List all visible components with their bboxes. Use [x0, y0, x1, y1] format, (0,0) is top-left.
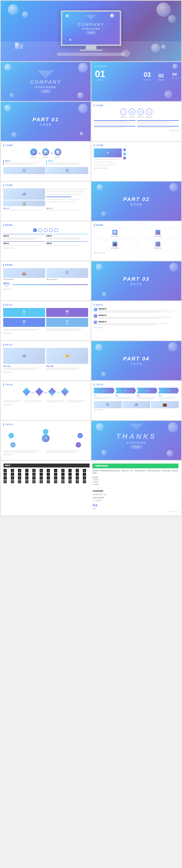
swot-letter-s: S — [23, 310, 25, 313]
ci-label-4: 请输入文字 — [146, 116, 152, 118]
dr-arrow-1 — [31, 393, 35, 393]
dot-4 — [49, 228, 53, 232]
slide-def-imgs: 存在不足 🏙 🤝 请输入标题 请输入标题 请输入文字说明 — [1, 341, 90, 380]
di-img-2: 🤝 — [46, 348, 88, 364]
slide-ach-imgs: 取得成就 🏭 请输入相关描述文字 🏗 请输入相关描述文字 85% 完成率 请输入… — [1, 261, 90, 301]
desk-item-3 — [161, 44, 165, 49]
net-n3: 03 — [76, 442, 81, 447]
ig-34: ♥ — [68, 476, 72, 479]
wi-bottom: 请输入内容 请输入内容 — [3, 208, 88, 211]
sdstl-3 — [115, 397, 133, 398]
ig-25: ⊕ — [4, 476, 7, 479]
slide-work-list: 工作成绩 H 1 2 — [92, 142, 181, 181]
part02-sub: 取得成就 — [130, 203, 142, 206]
sd-step-3: 目标三 — [137, 395, 157, 400]
ig-6: ⊠ — [40, 469, 43, 472]
psi-2: 🏙 — [122, 401, 150, 408]
screen-bubble-3 — [69, 39, 71, 41]
did-2: 请输入标题 — [46, 365, 88, 370]
netdl-4 — [46, 452, 76, 453]
bg-icon-3: 💼 — [112, 242, 117, 247]
ig-31: ♦ — [47, 476, 50, 479]
contest-num3: 02 — [158, 73, 164, 79]
ig-11: ▲ — [76, 469, 79, 472]
bubble-1 — [8, 4, 19, 15]
ig-33: ♣ — [61, 476, 65, 479]
screen-inner: COMPANY 渐变商务通用模板 工作总结 — [62, 12, 120, 44]
icon-item-3: ⊛ 请输入文字 — [137, 108, 144, 118]
slide-swot: 存在不足 S 优势 W 劣势 O 机会 T 威胁 — [1, 301, 90, 340]
ai-4: 标题内容 — [46, 241, 88, 246]
wl-line-1 — [94, 159, 119, 160]
netdl-1 — [3, 451, 41, 451]
dot-2 — [38, 228, 42, 232]
def-num-3: 03 — [94, 321, 97, 324]
slide-work-icons: 工作进展 ⊙ 请输入文字 ◈ 请输入文字 ⊛ 请输入文字 ◎ 请输入文字 — [92, 102, 181, 141]
dr-4: 计划04 — [62, 389, 68, 397]
ig2-12: ✴ — [83, 480, 86, 483]
didl-1 — [3, 368, 41, 369]
def-header: 存在不足 — [94, 304, 179, 306]
ig-35: ⊟ — [76, 476, 79, 479]
wib-title-1: 请输入内容 — [3, 208, 45, 209]
screen-subtitle-text: 渐变商务通用模板 — [82, 28, 100, 30]
ig2-10: ✲ — [68, 480, 72, 483]
text-blocks-row2 — [94, 125, 179, 128]
s2-subtitle: 渐变商务通用模板 — [35, 86, 56, 89]
ig2-3: ⚠ — [18, 480, 21, 483]
ig-21: → — [61, 473, 65, 476]
contest-num4: 04 — [172, 72, 177, 77]
steps-arrows: 01 02 03 04 — [94, 388, 179, 394]
diamond-3 — [48, 388, 56, 396]
def-title-1: 问题标题内容 — [98, 308, 179, 310]
swot-sublabel-o: 机会 — [23, 323, 26, 325]
contest-label3: 取得成就 — [158, 79, 164, 81]
ig-13: ◆ — [4, 473, 7, 476]
ig-32: ♠ — [54, 476, 57, 479]
pn-header: 下步计划 — [3, 423, 88, 426]
tl-10 — [137, 127, 171, 128]
ci-4: ◎ — [146, 108, 152, 115]
pn-note: 请输入文字说明 — [3, 454, 88, 456]
ail-1 — [3, 238, 41, 238]
contest-label2: 存在不足 — [144, 79, 150, 81]
did-1: 请输入标题 — [3, 365, 45, 370]
step-3: 03 — [137, 388, 157, 394]
screen-bubble-2 — [110, 13, 114, 18]
ig-12: ▼ — [83, 469, 86, 472]
desc-line-2 — [5, 164, 33, 165]
wl-header: 工作成绩 — [94, 144, 179, 147]
sdstl-8 — [158, 398, 173, 399]
def-note: 请输入文字说明 — [94, 327, 179, 329]
dr-3: 计划03 — [49, 389, 55, 397]
bg-item-2: 🔖 输入文字内容 — [137, 228, 179, 239]
ig-18: □ — [40, 473, 43, 476]
font-title-text: 字体使用说明 — [93, 490, 178, 492]
slide-icon-library: 图标库 ⊙ ◈ ⊛ ◎ ⊞ ⊠ ✦ ✧ ★ ☆ ▲ ▼ ◆ ◇ — [1, 461, 181, 516]
ach-img-2: 🏗 — [46, 268, 88, 278]
sd-step-1: 目标一 — [94, 395, 115, 400]
sdst-4: 目标四 — [158, 395, 179, 397]
desk-item-1 — [15, 42, 19, 49]
ig2-1: ⚙ — [4, 480, 7, 483]
tl-3 — [94, 123, 132, 123]
def-text-2: 问题标题内容 — [98, 314, 179, 319]
part04-sub: 下步计划 — [130, 363, 142, 366]
s2-company: COMPANY — [30, 79, 61, 85]
slide-work-imgs: 工作进展 🏙 🏢 请输入内容 请输入内容 — [1, 182, 90, 221]
ail-3 — [46, 238, 82, 238]
wl-dot-2: 2 — [123, 153, 126, 155]
ci-3: ⊛ — [137, 108, 144, 115]
di-img-1: 🏙 — [3, 348, 45, 364]
def-title-2: 问题标题内容 — [98, 314, 179, 316]
fc-2: 📊 — [42, 149, 49, 156]
ach-img-1: 🏭 — [3, 268, 45, 278]
wil-5 — [46, 199, 80, 200]
slide-grid: COMPANY 渐变商务通用模板 工作总结 COMPANY 渐变商务通用模板 工… — [0, 0, 182, 516]
monitor: COMPANY 渐变商务通用模板 工作总结 — [61, 10, 121, 51]
ig-27: ⊖ — [18, 476, 21, 479]
ai-title-3: 标题内容 — [3, 243, 45, 244]
c-bubble-2 — [165, 90, 172, 98]
nr-1: 85% 完成率 — [3, 282, 10, 287]
fi-2: 📊 输入文字 — [42, 149, 49, 158]
